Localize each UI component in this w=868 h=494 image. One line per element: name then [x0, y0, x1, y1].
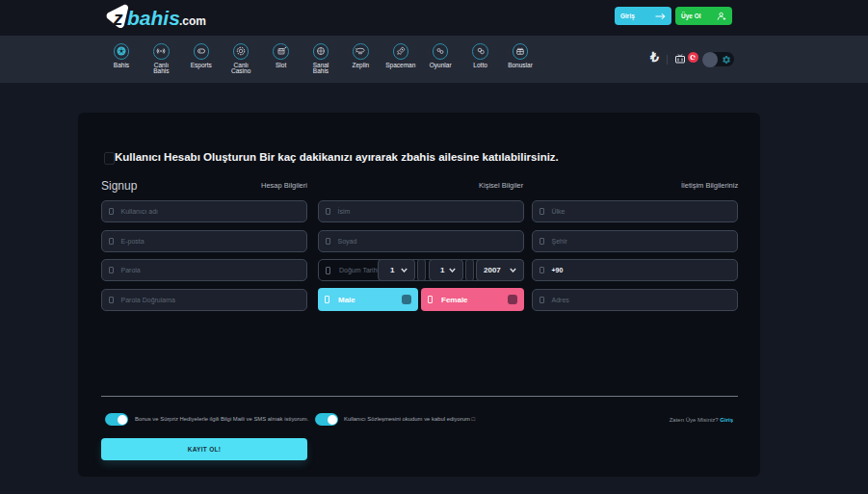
svg-text:.com: .com: [179, 14, 206, 28]
svg-text:z: z: [113, 8, 123, 29]
svg-text:bahis: bahis: [127, 7, 180, 29]
